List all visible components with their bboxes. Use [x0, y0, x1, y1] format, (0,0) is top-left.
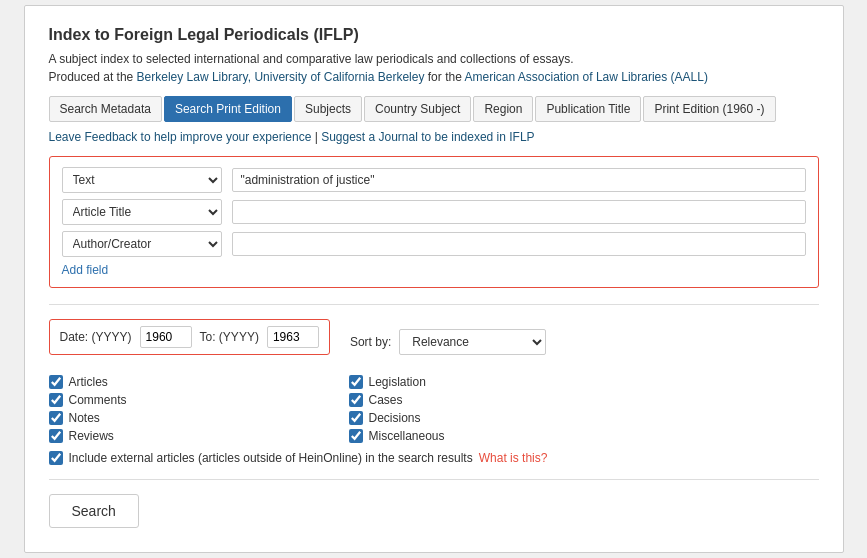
- search-field-row-2: Text Article Title Author/Creator Subjec…: [62, 199, 806, 225]
- checkbox-cases-input[interactable]: [349, 393, 363, 407]
- description-line1: A subject index to selected internationa…: [49, 52, 574, 66]
- checkbox-legislation-label: Legislation: [369, 375, 426, 389]
- what-is-this-link[interactable]: What is this?: [479, 451, 548, 465]
- checkbox-cases-label: Cases: [369, 393, 403, 407]
- field-input-3[interactable]: [232, 232, 806, 256]
- date-from-label: Date: (YYYY): [60, 330, 132, 344]
- description-prefix: Produced at the: [49, 70, 137, 84]
- tab-search-metadata[interactable]: Search Metadata: [49, 96, 162, 122]
- checkbox-legislation: Legislation: [349, 375, 649, 389]
- feedback-links: Leave Feedback to help improve your expe…: [49, 130, 819, 144]
- main-container: Index to Foreign Legal Periodicals (IFLP…: [24, 5, 844, 553]
- description-link1[interactable]: Berkeley Law Library, University of Cali…: [137, 70, 425, 84]
- suggest-journal-link[interactable]: Suggest a Journal to be indexed in IFLP: [321, 130, 534, 144]
- tab-bar: Search Metadata Search Print Edition Sub…: [49, 96, 819, 122]
- divider-2: [49, 479, 819, 480]
- date-sort-outer: Date: (YYYY) To: (YYYY) Sort by: Relevan…: [49, 319, 819, 365]
- checkbox-comments: Comments: [49, 393, 349, 407]
- checkbox-miscellaneous-input[interactable]: [349, 429, 363, 443]
- date-to-label: To: (YYYY): [200, 330, 259, 344]
- field-input-1[interactable]: [232, 168, 806, 192]
- tab-publication-title[interactable]: Publication Title: [535, 96, 641, 122]
- sort-by-container: Sort by: Relevance Date Ascending Date D…: [350, 329, 546, 355]
- checkbox-notes-label: Notes: [69, 411, 100, 425]
- checkbox-cases: Cases: [349, 393, 649, 407]
- checkbox-comments-input[interactable]: [49, 393, 63, 407]
- checkboxes-grid: Articles Legislation Comments Cases Note…: [49, 375, 649, 443]
- tab-subjects[interactable]: Subjects: [294, 96, 362, 122]
- description-mid: for the: [424, 70, 464, 84]
- page-title: Index to Foreign Legal Periodicals (IFLP…: [49, 26, 819, 44]
- checkbox-articles-label: Articles: [69, 375, 108, 389]
- checkbox-decisions-label: Decisions: [369, 411, 421, 425]
- checkbox-legislation-input[interactable]: [349, 375, 363, 389]
- tab-search-print-edition[interactable]: Search Print Edition: [164, 96, 292, 122]
- leave-feedback-link[interactable]: Leave Feedback to help improve your expe…: [49, 130, 312, 144]
- date-to-input[interactable]: [267, 326, 319, 348]
- checkbox-reviews-label: Reviews: [69, 429, 114, 443]
- checkbox-notes: Notes: [49, 411, 349, 425]
- tab-region[interactable]: Region: [473, 96, 533, 122]
- add-field-link[interactable]: Add field: [62, 263, 109, 277]
- date-sort-row: Date: (YYYY) To: (YYYY): [49, 319, 330, 355]
- field-select-2[interactable]: Text Article Title Author/Creator Subjec…: [62, 199, 222, 225]
- checkbox-reviews: Reviews: [49, 429, 349, 443]
- checkbox-miscellaneous-label: Miscellaneous: [369, 429, 445, 443]
- checkbox-comments-label: Comments: [69, 393, 127, 407]
- tab-print-edition[interactable]: Print Edition (1960 -): [643, 96, 775, 122]
- tab-country-subject[interactable]: Country Subject: [364, 96, 471, 122]
- field-select-1[interactable]: Text Article Title Author/Creator Subjec…: [62, 167, 222, 193]
- external-checkbox-input[interactable]: [49, 451, 63, 465]
- checkbox-articles-input[interactable]: [49, 375, 63, 389]
- checkbox-notes-input[interactable]: [49, 411, 63, 425]
- sort-by-label: Sort by:: [350, 335, 391, 349]
- search-fields-container: Text Article Title Author/Creator Subjec…: [49, 156, 819, 288]
- search-field-row-3: Text Article Title Author/Creator Subjec…: [62, 231, 806, 257]
- checkbox-decisions: Decisions: [349, 411, 649, 425]
- checkbox-reviews-input[interactable]: [49, 429, 63, 443]
- sort-select[interactable]: Relevance Date Ascending Date Descending…: [399, 329, 546, 355]
- checkbox-decisions-input[interactable]: [349, 411, 363, 425]
- search-field-row-1: Text Article Title Author/Creator Subjec…: [62, 167, 806, 193]
- page-description: A subject index to selected internationa…: [49, 50, 819, 86]
- field-input-2[interactable]: [232, 200, 806, 224]
- date-from-input[interactable]: [140, 326, 192, 348]
- external-checkbox-label: Include external articles (articles outs…: [69, 451, 473, 465]
- checkbox-articles: Articles: [49, 375, 349, 389]
- field-select-3[interactable]: Text Article Title Author/Creator Subjec…: [62, 231, 222, 257]
- checkbox-miscellaneous: Miscellaneous: [349, 429, 649, 443]
- search-button[interactable]: Search: [49, 494, 139, 528]
- description-link2[interactable]: American Association of Law Libraries (A…: [464, 70, 707, 84]
- external-articles-row: Include external articles (articles outs…: [49, 451, 819, 465]
- divider-1: [49, 304, 819, 305]
